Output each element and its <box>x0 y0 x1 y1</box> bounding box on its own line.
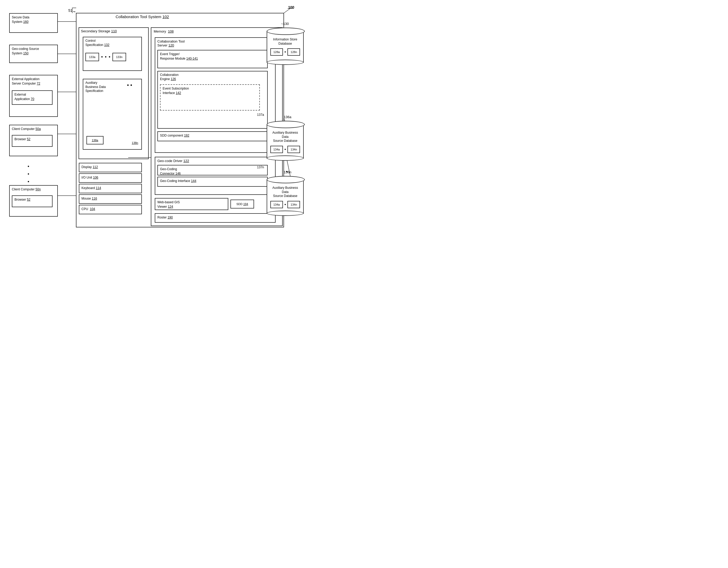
info-store-db-label: Information StoreDatabase <box>269 38 301 46</box>
ref-51: 51 <box>68 8 73 13</box>
aux-db-a-label: Auxiliary Business DataSource Database <box>269 131 301 143</box>
event-trigger-label: Event Trigger/Response Module 140-141 <box>160 52 198 60</box>
web-gis-row: Web-based GISViewer 124 SDD 194 <box>155 198 276 211</box>
aux-db-n-items: 134a • 134n <box>269 201 301 208</box>
item-138n-label: 138n <box>132 141 138 145</box>
info-store-cylinder-bottom <box>267 60 304 65</box>
aux-db-n-cylinder: Auxiliary Business DataSource Database 1… <box>267 176 305 214</box>
web-gis-box: Web-based GISViewer 124 <box>155 198 228 210</box>
dot-separator-1: • <box>101 54 103 60</box>
info-store-items: 128a • 128n <box>269 48 301 56</box>
geocoding-interface-label: Geo-Coding Interface 144 <box>160 179 196 183</box>
client-50a-label: Client Computer 50a <box>12 127 41 131</box>
sdd-component-box: SDD component 192 <box>157 131 268 141</box>
ref-137a: 137a <box>257 113 264 117</box>
geocoding-source-box: Geo-coding SourceSystem 150 <box>9 45 58 63</box>
item-134a-2: 134a <box>270 201 283 208</box>
dot-separator-2: • <box>105 54 106 60</box>
info-store-cylinder: Information StoreDatabase 128a • 128n <box>267 28 305 63</box>
event-sub-box: Event SubscriptionInterface 142 <box>160 84 260 111</box>
browser-52a-label: Browser 52 <box>14 137 30 141</box>
cpu-box: CPU 104 <box>79 205 142 214</box>
item-133a: 133a <box>85 53 99 61</box>
aux-db-a-items: 134a • 134n <box>269 146 301 153</box>
display-box: Display 112 <box>79 163 142 172</box>
geocoding-connector-box: Geo-CodingConnector 146 <box>157 165 268 176</box>
geocode-driver-label: Geo-code Driver 122 <box>157 159 273 163</box>
event-trigger-box: Event Trigger/Response Module 140-141 <box>157 50 268 68</box>
keyboard-box: Keyboard 114 <box>79 184 142 193</box>
item-133n-label: 133n <box>116 55 122 59</box>
ref-100: 100 <box>288 5 294 9</box>
ext-app-box: ExternalApplication 70 <box>12 90 53 105</box>
aux-db-a-top <box>267 121 305 128</box>
client-50a-box: Client Computer 50a Browser 52 <box>9 125 58 156</box>
sdd-194-box: SDD 194 <box>230 200 254 209</box>
aux-db-a-body: Auxiliary Business DataSource Database 1… <box>267 125 304 159</box>
event-sub-label: Event SubscriptionInterface 142 <box>163 87 189 95</box>
item-134n-1: 134n <box>287 146 300 153</box>
ext-app-label: ExternalApplication 70 <box>14 93 34 101</box>
aux-biz-spec-box: AuxiliaryBusiness DataSpecification • • … <box>83 79 142 150</box>
info-store-ref: ~130 <box>281 22 289 26</box>
aux-biz-138n-area: 138n <box>132 141 138 145</box>
item-133n: 133n <box>112 53 126 61</box>
ext-app-server-box: External ApplicationServer Computer 72 E… <box>9 75 58 117</box>
dots-between-clients: ••• <box>28 163 29 186</box>
item-133a-label: 133a <box>89 55 95 59</box>
browser-52n-box: Browser 52 <box>12 195 53 207</box>
aux-db-a-bottom <box>267 156 304 161</box>
collab-tool-server-label: Collaboration ToolServer 120 <box>157 39 273 47</box>
geocoding-interface-box: Geo-Coding Interface 144 <box>157 177 268 187</box>
geocoding-source-label: Geo-coding SourceSystem 150 <box>12 47 39 55</box>
ref-137n: 137n <box>257 166 264 169</box>
control-spec-box: ControlSpecification 132 133a • • • 133n <box>83 37 142 71</box>
mouse-label: Mouse 116 <box>81 197 97 200</box>
item-134a-1: 134a <box>270 146 283 153</box>
geocode-driver-box: Geo-code Driver 122 Geo-CodingConnector … <box>155 157 276 195</box>
control-spec-items: 133a • • • 133n <box>85 53 139 61</box>
memory-region: Memory 108 Collaboration ToolServer 120 … <box>152 28 282 225</box>
aux-db-n-body: Auxiliary Business DataSource Database 1… <box>267 180 304 214</box>
display-label: Display 112 <box>81 165 98 169</box>
secure-data-system-box: Secure DataSystem 160 <box>9 13 58 33</box>
aux-biz-138a-area: 138a <box>86 136 104 145</box>
aux-db-a-region: 136a Auxiliary Business DataSource Datab… <box>267 121 307 159</box>
collab-tool-server-box: Collaboration ToolServer 120 Event Trigg… <box>155 37 276 153</box>
aux-db-n-label: Auxiliary Business DataSource Database <box>269 186 301 198</box>
collab-engine-label: CollaborationEngine 126 <box>160 73 265 81</box>
browser-52a-box: Browser 52 <box>12 135 53 147</box>
main-system-title: Collaboration Tool System 102 <box>116 14 169 19</box>
info-store-db-region: ~130 Information StoreDatabase 128a • 12… <box>267 28 307 63</box>
roster-box: Roster 190 <box>155 213 276 223</box>
secondary-storage-label: Secondary Storage 110 <box>81 29 117 33</box>
item-128n: 128n <box>287 48 300 56</box>
io-unit-label: I/O Unit 106 <box>81 176 98 179</box>
collab-engine-box: CollaborationEngine 126 Event Subscripti… <box>157 71 268 129</box>
sdd-component-label: SDD component 192 <box>160 134 189 137</box>
aux-db-n-top <box>267 176 305 183</box>
mouse-box: Mouse 116 <box>79 194 142 204</box>
diagram-container: 100 51 ~ Collaboration Tool System 102 S… <box>5 5 310 231</box>
aux-db-n-region: 136n Auxiliary Business DataSource Datab… <box>267 176 307 214</box>
secondary-storage-region: Secondary Storage 110 ControlSpecificati… <box>79 28 148 159</box>
web-gis-label: Web-based GISViewer 124 <box>157 200 180 209</box>
io-items-region: Display 112 I/O Unit 106 Keyboard 114 Mo… <box>79 163 148 215</box>
cpu-label: CPU 104 <box>81 207 95 211</box>
browser-52n-label: Browser 52 <box>14 198 30 202</box>
aux-biz-dots-right: • • <box>127 83 132 88</box>
keyboard-label: Keyboard 114 <box>81 186 101 190</box>
ext-app-server-label: External ApplicationServer Computer 72 <box>12 77 40 85</box>
item-138a-label: 138a <box>92 139 98 142</box>
secure-data-label: Secure DataSystem 160 <box>12 16 29 24</box>
item-128a: 128a <box>270 48 283 56</box>
geocoding-connector-label: Geo-CodingConnector 146 <box>160 167 181 176</box>
dot-separator-3: • <box>109 54 110 60</box>
info-store-cylinder-body: Information StoreDatabase 128a • 128n <box>267 31 304 63</box>
client-50n-label: Client Computer 50n <box>12 188 41 191</box>
info-store-cylinder-top <box>267 28 305 35</box>
aux-db-a-cylinder: Auxiliary Business DataSource Database 1… <box>267 121 305 159</box>
item-134n-2: 134n <box>287 201 300 208</box>
item-138a: 138a <box>86 136 104 145</box>
aux-db-n-bottom <box>267 211 304 216</box>
